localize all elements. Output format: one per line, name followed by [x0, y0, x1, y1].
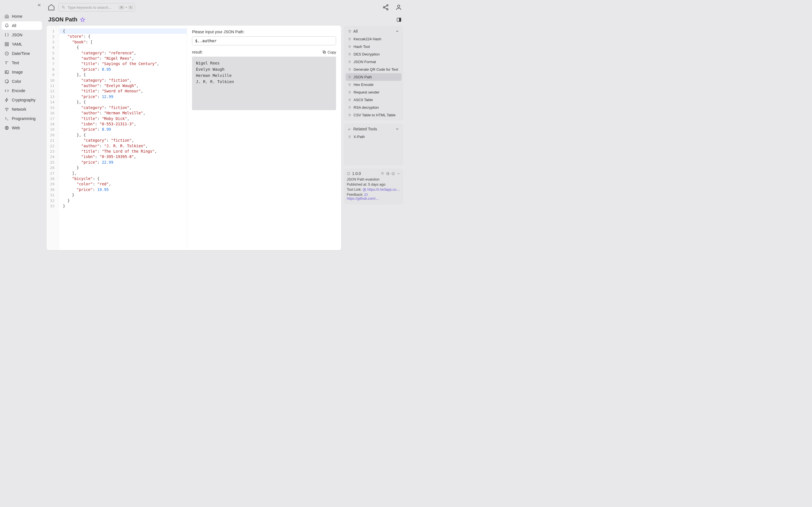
sidebar-item-text[interactable]: Text — [2, 59, 42, 67]
text-icon — [4, 61, 9, 65]
sidebar-item-network[interactable]: Network — [2, 105, 42, 114]
user-icon[interactable] — [395, 4, 402, 11]
image-icon — [4, 70, 9, 74]
code-editor[interactable]: { "store": { "book": [ { "category": "re… — [59, 25, 187, 250]
feedback-link[interactable]: https://github.com/… — [347, 196, 379, 201]
sidebar-item-color[interactable]: Color — [2, 77, 42, 86]
rail-item[interactable]: CSV Table to HTML Table — [346, 111, 402, 119]
version-description: JSON Path evalution — [347, 177, 400, 181]
sidebar-item-web[interactable]: Web — [2, 124, 42, 132]
rail-item[interactable]: RSA decryption — [346, 104, 402, 111]
sidebar-item-datetime[interactable]: Date/Time — [2, 49, 42, 58]
sidebar-item-label: YAML — [12, 42, 22, 47]
tool-link[interactable]: https://t.he3app.co… — [367, 187, 400, 191]
rail-related-header[interactable]: Related Tools — [346, 125, 402, 133]
sidebar: Home All JSON YAML Date/Time Text Image … — [0, 0, 44, 253]
rail-item[interactable]: Generate QR Code for Text — [346, 66, 402, 73]
globe-icon[interactable] — [386, 172, 390, 175]
fold-column: ˅˅˅˅˅˅˅˅ — [57, 25, 59, 250]
rail-item[interactable]: JSON Format — [346, 58, 402, 66]
info-icon — [347, 172, 350, 175]
plug-icon — [348, 83, 351, 87]
sidebar-item-label: JSON — [12, 33, 22, 37]
search-icon — [61, 5, 65, 9]
search-box[interactable]: ⌘ + K — [58, 3, 135, 11]
tool-icon — [348, 127, 352, 131]
svg-rect-16 — [400, 18, 401, 21]
sidebar-item-all[interactable]: All — [2, 21, 42, 30]
svg-point-8 — [6, 111, 7, 111]
jsonpath-input-label: Please input your JSON Path: — [192, 30, 336, 34]
rail-item[interactable]: DES Decryption — [346, 50, 402, 58]
search-input[interactable] — [68, 5, 116, 10]
plug-icon[interactable] — [380, 172, 384, 175]
sidebar-item-label: All — [12, 23, 16, 28]
query-panel: Please input your JSON Path: result: Cop… — [187, 25, 341, 250]
copy-button[interactable]: Copy — [322, 50, 336, 54]
link-icon — [363, 188, 366, 191]
svg-point-21 — [392, 172, 395, 175]
chevron-down-icon — [395, 127, 399, 131]
globe-icon — [4, 126, 9, 130]
plug-icon — [348, 30, 352, 33]
share-icon[interactable] — [382, 4, 389, 11]
clock-icon — [4, 51, 9, 56]
version-published: Published at: 5 days ago — [347, 182, 400, 186]
sidebar-item-label: Network — [12, 107, 26, 112]
plug-icon — [348, 114, 351, 117]
sidebar-item-json[interactable]: JSON — [2, 31, 42, 39]
sidebar-item-image[interactable]: Image — [2, 68, 42, 76]
plug-icon — [348, 106, 351, 109]
plug-icon — [348, 98, 351, 102]
sidebar-item-label: Web — [12, 126, 20, 130]
sidebar-item-label: Color — [12, 79, 21, 83]
chevron-down-icon — [395, 29, 399, 33]
svg-point-14 — [398, 5, 400, 7]
sidebar-item-programming[interactable]: Programming — [2, 114, 42, 123]
sidebar-item-cryptography[interactable]: Cryptography — [2, 96, 42, 104]
main-area: ⌘ + K JSON Path 123456789101112131415161… — [44, 0, 406, 253]
chat-icon — [364, 193, 368, 196]
rail-item[interactable]: X-Path — [346, 133, 402, 140]
right-rail: All Keccak224 HashHash ToolDES Decryptio… — [344, 25, 403, 250]
sidebar-item-encode[interactable]: Encode — [2, 87, 42, 95]
panel-toggle-icon[interactable] — [396, 17, 402, 22]
palette-icon — [4, 79, 9, 83]
check-circle-icon[interactable] — [391, 172, 395, 175]
rail-item[interactable]: ASCII Table — [346, 96, 402, 104]
bell-icon — [4, 23, 9, 28]
rail-item[interactable]: Keccak224 Hash — [346, 35, 402, 43]
terminal-icon — [4, 116, 9, 121]
result-output[interactable]: Nigel Rees Evelyn Waugh Herman Melville … — [192, 57, 336, 110]
home-icon — [4, 14, 9, 18]
sidebar-item-label: Date/Time — [12, 51, 30, 56]
version-feedback: Feedback: https://github.com/… — [347, 193, 400, 201]
rail-all-header[interactable]: All — [346, 27, 402, 35]
braces-icon — [4, 33, 9, 37]
version-card: 1.0.0 JSON Path evalution Published at: … — [344, 168, 403, 205]
collapse-sidebar-icon[interactable] — [37, 3, 42, 8]
line-gutter: 1234567891011121314151617181920212223242… — [47, 25, 57, 250]
plug-icon — [348, 38, 351, 41]
search-shortcut: ⌘ + K — [119, 6, 133, 9]
rail-item[interactable]: JSON Path — [346, 73, 402, 81]
bolt-icon — [4, 98, 9, 102]
favorite-star-icon[interactable] — [80, 17, 85, 22]
sidebar-item-yaml[interactable]: YAML — [2, 40, 42, 48]
chevron-down-icon[interactable] — [397, 172, 400, 175]
home-button[interactable] — [48, 4, 55, 11]
editor-card: 1234567891011121314151617181920212223242… — [47, 25, 341, 250]
rail-related-card: Related Tools X-Path — [344, 123, 403, 166]
rail-item[interactable]: Hash Tool — [346, 43, 402, 50]
sidebar-item-home[interactable]: Home — [2, 12, 42, 20]
svg-rect-18 — [323, 51, 325, 53]
copy-icon — [322, 50, 326, 54]
rail-item[interactable]: Hex Encode — [346, 81, 402, 89]
plug-icon — [348, 91, 351, 94]
jsonpath-input[interactable] — [192, 36, 336, 45]
sidebar-item-label: Image — [12, 70, 23, 74]
rail-related-list: X-Path — [346, 133, 402, 164]
rail-item[interactable]: Request sender — [346, 89, 402, 96]
sidebar-item-label: Cryptography — [12, 98, 36, 102]
wifi-icon — [4, 107, 9, 112]
